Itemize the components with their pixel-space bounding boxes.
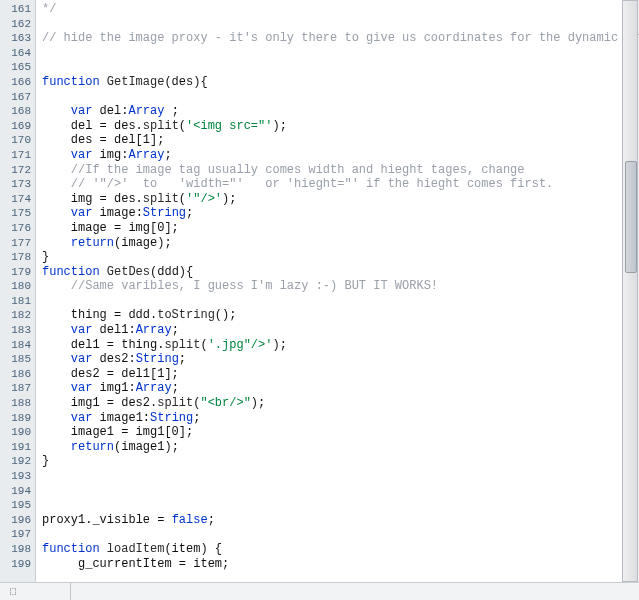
status-divider <box>70 583 71 600</box>
line-number: 171 <box>0 148 31 163</box>
code-line[interactable] <box>42 484 639 499</box>
code-line[interactable] <box>42 294 639 309</box>
code-line[interactable] <box>42 527 639 542</box>
code-line[interactable] <box>42 469 639 484</box>
code-line[interactable]: var img1:Array; <box>42 381 639 396</box>
code-line[interactable] <box>42 17 639 32</box>
line-number: 194 <box>0 484 31 499</box>
line-number: 195 <box>0 498 31 513</box>
code-line[interactable]: */ <box>42 2 639 17</box>
code-line[interactable]: return(image1); <box>42 440 639 455</box>
line-number-gutter: 1611621631641651661671681691701711721731… <box>0 0 36 582</box>
line-number: 189 <box>0 411 31 426</box>
code-line[interactable]: del1 = thing.split('.jpg"/>'); <box>42 338 639 353</box>
line-number: 196 <box>0 513 31 528</box>
code-line[interactable]: proxy1._visible = false; <box>42 513 639 528</box>
code-line[interactable]: // '"/>' to 'width="' or 'hieght="' if t… <box>42 177 639 192</box>
line-number: 199 <box>0 557 31 572</box>
code-line[interactable] <box>42 46 639 61</box>
code-line[interactable]: var img:Array; <box>42 148 639 163</box>
code-line[interactable]: function GetDes(ddd){ <box>42 265 639 280</box>
code-line[interactable]: } <box>42 454 639 469</box>
line-number: 178 <box>0 250 31 265</box>
line-number: 177 <box>0 236 31 251</box>
line-number: 182 <box>0 308 31 323</box>
line-number: 197 <box>0 527 31 542</box>
code-line[interactable]: g_currentItem = item; <box>42 557 639 572</box>
code-line[interactable]: var del:Array ; <box>42 104 639 119</box>
code-line[interactable]: //If the image tag usually comes width a… <box>42 163 639 178</box>
code-line[interactable]: //Same varibles, I guess I'm lazy :-) BU… <box>42 279 639 294</box>
line-number: 190 <box>0 425 31 440</box>
code-line[interactable]: thing = ddd.toString(); <box>42 308 639 323</box>
line-number: 183 <box>0 323 31 338</box>
line-number: 162 <box>0 17 31 32</box>
status-bar: ⬚ <box>0 582 639 600</box>
line-number: 188 <box>0 396 31 411</box>
code-line[interactable]: img = des.split('"/>'); <box>42 192 639 207</box>
code-line[interactable]: return(image); <box>42 236 639 251</box>
line-number: 185 <box>0 352 31 367</box>
line-number: 166 <box>0 75 31 90</box>
line-number: 170 <box>0 133 31 148</box>
line-number: 169 <box>0 119 31 134</box>
code-editor[interactable]: 1611621631641651661671681691701711721731… <box>0 0 623 582</box>
code-line[interactable]: img1 = des2.split("<br/>"); <box>42 396 639 411</box>
line-number: 165 <box>0 60 31 75</box>
code-line[interactable] <box>42 90 639 105</box>
code-line[interactable]: function GetImage(des){ <box>42 75 639 90</box>
line-number: 179 <box>0 265 31 280</box>
code-line[interactable]: image = img[0]; <box>42 221 639 236</box>
code-line[interactable]: var del1:Array; <box>42 323 639 338</box>
vertical-scrollbar[interactable] <box>622 0 638 582</box>
line-number: 164 <box>0 46 31 61</box>
line-number: 181 <box>0 294 31 309</box>
code-line[interactable] <box>42 60 639 75</box>
line-number: 184 <box>0 338 31 353</box>
line-number: 167 <box>0 90 31 105</box>
code-line[interactable]: var image:String; <box>42 206 639 221</box>
line-number: 174 <box>0 192 31 207</box>
line-number: 163 <box>0 31 31 46</box>
code-line[interactable]: image1 = img1[0]; <box>42 425 639 440</box>
line-number: 187 <box>0 381 31 396</box>
line-number: 175 <box>0 206 31 221</box>
code-line[interactable]: des2 = del1[1]; <box>42 367 639 382</box>
line-number: 173 <box>0 177 31 192</box>
line-number: 168 <box>0 104 31 119</box>
code-line[interactable]: function loadItem(item) { <box>42 542 639 557</box>
line-number: 192 <box>0 454 31 469</box>
line-number: 176 <box>0 221 31 236</box>
code-line[interactable]: } <box>42 250 639 265</box>
code-line[interactable]: del = des.split('<img src="'); <box>42 119 639 134</box>
code-line[interactable]: // hide the image proxy - it's only ther… <box>42 31 639 46</box>
line-number: 186 <box>0 367 31 382</box>
code-line[interactable]: des = del[1]; <box>42 133 639 148</box>
line-number: 191 <box>0 440 31 455</box>
line-number: 193 <box>0 469 31 484</box>
code-line[interactable]: var des2:String; <box>42 352 639 367</box>
line-number: 180 <box>0 279 31 294</box>
line-number: 161 <box>0 2 31 17</box>
code-line[interactable] <box>42 498 639 513</box>
status-glyph-icon: ⬚ <box>10 585 16 597</box>
line-number: 198 <box>0 542 31 557</box>
code-line[interactable]: var image1:String; <box>42 411 639 426</box>
code-area[interactable]: */ // hide the image proxy - it's only t… <box>36 0 639 582</box>
line-number: 172 <box>0 163 31 178</box>
